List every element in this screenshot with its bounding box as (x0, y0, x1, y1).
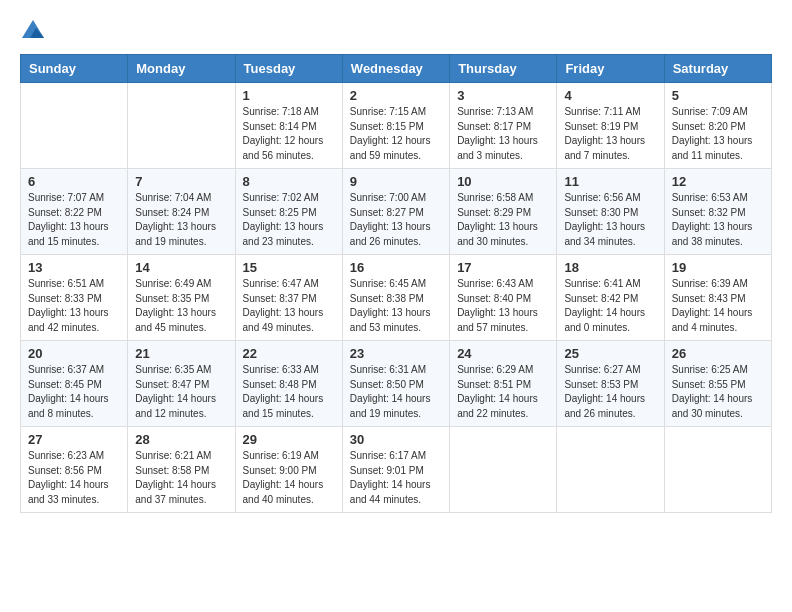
day-number: 3 (457, 88, 549, 103)
day-number: 1 (243, 88, 335, 103)
calendar-cell: 7Sunrise: 7:04 AMSunset: 8:24 PMDaylight… (128, 169, 235, 255)
day-detail: Sunrise: 6:29 AMSunset: 8:51 PMDaylight:… (457, 363, 549, 421)
day-detail: Sunrise: 6:19 AMSunset: 9:00 PMDaylight:… (243, 449, 335, 507)
day-detail: Sunrise: 6:45 AMSunset: 8:38 PMDaylight:… (350, 277, 442, 335)
day-number: 29 (243, 432, 335, 447)
day-number: 13 (28, 260, 120, 275)
calendar-cell: 12Sunrise: 6:53 AMSunset: 8:32 PMDayligh… (664, 169, 771, 255)
calendar-cell: 19Sunrise: 6:39 AMSunset: 8:43 PMDayligh… (664, 255, 771, 341)
calendar-cell: 9Sunrise: 7:00 AMSunset: 8:27 PMDaylight… (342, 169, 449, 255)
calendar-cell: 10Sunrise: 6:58 AMSunset: 8:29 PMDayligh… (450, 169, 557, 255)
calendar-cell: 20Sunrise: 6:37 AMSunset: 8:45 PMDayligh… (21, 341, 128, 427)
calendar-header-row: Sunday Monday Tuesday Wednesday Thursday… (21, 55, 772, 83)
logo-icon (22, 20, 44, 38)
day-detail: Sunrise: 7:00 AMSunset: 8:27 PMDaylight:… (350, 191, 442, 249)
calendar-cell: 27Sunrise: 6:23 AMSunset: 8:56 PMDayligh… (21, 427, 128, 513)
day-number: 11 (564, 174, 656, 189)
header (20, 20, 772, 38)
day-number: 4 (564, 88, 656, 103)
col-friday: Friday (557, 55, 664, 83)
day-number: 16 (350, 260, 442, 275)
calendar-cell: 17Sunrise: 6:43 AMSunset: 8:40 PMDayligh… (450, 255, 557, 341)
col-wednesday: Wednesday (342, 55, 449, 83)
day-detail: Sunrise: 6:49 AMSunset: 8:35 PMDaylight:… (135, 277, 227, 335)
day-number: 18 (564, 260, 656, 275)
day-number: 12 (672, 174, 764, 189)
day-detail: Sunrise: 7:18 AMSunset: 8:14 PMDaylight:… (243, 105, 335, 163)
day-detail: Sunrise: 6:43 AMSunset: 8:40 PMDaylight:… (457, 277, 549, 335)
calendar-cell: 5Sunrise: 7:09 AMSunset: 8:20 PMDaylight… (664, 83, 771, 169)
calendar-cell: 6Sunrise: 7:07 AMSunset: 8:22 PMDaylight… (21, 169, 128, 255)
day-number: 14 (135, 260, 227, 275)
day-detail: Sunrise: 6:25 AMSunset: 8:55 PMDaylight:… (672, 363, 764, 421)
calendar-cell: 24Sunrise: 6:29 AMSunset: 8:51 PMDayligh… (450, 341, 557, 427)
day-number: 26 (672, 346, 764, 361)
calendar-cell (664, 427, 771, 513)
calendar-cell: 13Sunrise: 6:51 AMSunset: 8:33 PMDayligh… (21, 255, 128, 341)
day-number: 9 (350, 174, 442, 189)
day-detail: Sunrise: 6:35 AMSunset: 8:47 PMDaylight:… (135, 363, 227, 421)
day-detail: Sunrise: 6:27 AMSunset: 8:53 PMDaylight:… (564, 363, 656, 421)
day-number: 10 (457, 174, 549, 189)
day-detail: Sunrise: 7:15 AMSunset: 8:15 PMDaylight:… (350, 105, 442, 163)
day-number: 28 (135, 432, 227, 447)
day-detail: Sunrise: 7:11 AMSunset: 8:19 PMDaylight:… (564, 105, 656, 163)
day-detail: Sunrise: 7:04 AMSunset: 8:24 PMDaylight:… (135, 191, 227, 249)
calendar-cell: 2Sunrise: 7:15 AMSunset: 8:15 PMDaylight… (342, 83, 449, 169)
day-detail: Sunrise: 6:37 AMSunset: 8:45 PMDaylight:… (28, 363, 120, 421)
calendar-cell: 30Sunrise: 6:17 AMSunset: 9:01 PMDayligh… (342, 427, 449, 513)
calendar-cell: 23Sunrise: 6:31 AMSunset: 8:50 PMDayligh… (342, 341, 449, 427)
col-monday: Monday (128, 55, 235, 83)
calendar-cell: 18Sunrise: 6:41 AMSunset: 8:42 PMDayligh… (557, 255, 664, 341)
day-detail: Sunrise: 6:56 AMSunset: 8:30 PMDaylight:… (564, 191, 656, 249)
calendar-cell: 15Sunrise: 6:47 AMSunset: 8:37 PMDayligh… (235, 255, 342, 341)
day-detail: Sunrise: 6:39 AMSunset: 8:43 PMDaylight:… (672, 277, 764, 335)
calendar-table: Sunday Monday Tuesday Wednesday Thursday… (20, 54, 772, 513)
day-number: 15 (243, 260, 335, 275)
day-number: 30 (350, 432, 442, 447)
day-detail: Sunrise: 7:02 AMSunset: 8:25 PMDaylight:… (243, 191, 335, 249)
day-number: 2 (350, 88, 442, 103)
day-detail: Sunrise: 6:23 AMSunset: 8:56 PMDaylight:… (28, 449, 120, 507)
calendar-cell: 11Sunrise: 6:56 AMSunset: 8:30 PMDayligh… (557, 169, 664, 255)
day-number: 8 (243, 174, 335, 189)
calendar-cell (21, 83, 128, 169)
day-detail: Sunrise: 6:21 AMSunset: 8:58 PMDaylight:… (135, 449, 227, 507)
col-thursday: Thursday (450, 55, 557, 83)
calendar-cell (128, 83, 235, 169)
col-tuesday: Tuesday (235, 55, 342, 83)
calendar-cell: 26Sunrise: 6:25 AMSunset: 8:55 PMDayligh… (664, 341, 771, 427)
day-number: 5 (672, 88, 764, 103)
day-detail: Sunrise: 6:33 AMSunset: 8:48 PMDaylight:… (243, 363, 335, 421)
calendar-cell: 3Sunrise: 7:13 AMSunset: 8:17 PMDaylight… (450, 83, 557, 169)
day-detail: Sunrise: 6:41 AMSunset: 8:42 PMDaylight:… (564, 277, 656, 335)
day-detail: Sunrise: 6:51 AMSunset: 8:33 PMDaylight:… (28, 277, 120, 335)
calendar-cell (557, 427, 664, 513)
day-number: 22 (243, 346, 335, 361)
day-number: 25 (564, 346, 656, 361)
day-number: 24 (457, 346, 549, 361)
calendar-cell: 8Sunrise: 7:02 AMSunset: 8:25 PMDaylight… (235, 169, 342, 255)
day-number: 27 (28, 432, 120, 447)
day-number: 6 (28, 174, 120, 189)
col-sunday: Sunday (21, 55, 128, 83)
day-number: 19 (672, 260, 764, 275)
day-number: 20 (28, 346, 120, 361)
calendar-cell: 29Sunrise: 6:19 AMSunset: 9:00 PMDayligh… (235, 427, 342, 513)
day-number: 17 (457, 260, 549, 275)
col-saturday: Saturday (664, 55, 771, 83)
day-detail: Sunrise: 6:47 AMSunset: 8:37 PMDaylight:… (243, 277, 335, 335)
calendar-cell: 22Sunrise: 6:33 AMSunset: 8:48 PMDayligh… (235, 341, 342, 427)
day-detail: Sunrise: 6:31 AMSunset: 8:50 PMDaylight:… (350, 363, 442, 421)
calendar-cell: 21Sunrise: 6:35 AMSunset: 8:47 PMDayligh… (128, 341, 235, 427)
logo (20, 20, 44, 38)
calendar-cell: 16Sunrise: 6:45 AMSunset: 8:38 PMDayligh… (342, 255, 449, 341)
calendar-cell: 1Sunrise: 7:18 AMSunset: 8:14 PMDaylight… (235, 83, 342, 169)
day-detail: Sunrise: 7:09 AMSunset: 8:20 PMDaylight:… (672, 105, 764, 163)
calendar-cell: 4Sunrise: 7:11 AMSunset: 8:19 PMDaylight… (557, 83, 664, 169)
day-number: 23 (350, 346, 442, 361)
day-detail: Sunrise: 6:53 AMSunset: 8:32 PMDaylight:… (672, 191, 764, 249)
day-number: 7 (135, 174, 227, 189)
calendar-cell: 25Sunrise: 6:27 AMSunset: 8:53 PMDayligh… (557, 341, 664, 427)
day-detail: Sunrise: 6:58 AMSunset: 8:29 PMDaylight:… (457, 191, 549, 249)
